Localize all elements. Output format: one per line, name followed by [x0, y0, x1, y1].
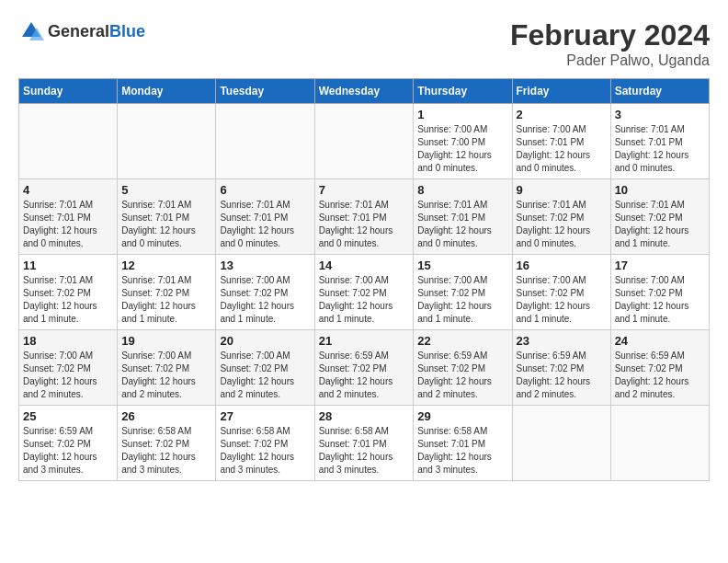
- daylight: Daylight: 12 hours and 1 minute.: [23, 301, 97, 324]
- day-info: Sunrise: 7:00 AM Sunset: 7:00 PM Dayligh…: [417, 123, 507, 175]
- calendar-week-row: 18 Sunrise: 7:00 AM Sunset: 7:02 PM Dayl…: [19, 330, 710, 406]
- sunset: Sunset: 7:01 PM: [319, 439, 387, 449]
- subtitle: Pader Palwo, Uganda: [510, 52, 710, 69]
- sunset: Sunset: 7:02 PM: [220, 288, 288, 298]
- day-number: 27: [220, 409, 310, 423]
- day-info: Sunrise: 6:58 AM Sunset: 7:02 PM Dayligh…: [220, 425, 310, 477]
- calendar-cell: 21 Sunrise: 6:59 AM Sunset: 7:02 PM Dayl…: [314, 330, 414, 406]
- logo: GeneralBlue: [18, 18, 145, 44]
- sunrise: Sunrise: 7:00 AM: [517, 124, 586, 134]
- weekday-header: Tuesday: [216, 79, 314, 104]
- calendar-week-row: 1 Sunrise: 7:00 AM Sunset: 7:00 PM Dayli…: [19, 104, 710, 179]
- day-number: 24: [615, 334, 705, 348]
- sunrise: Sunrise: 7:00 AM: [417, 124, 487, 134]
- sunset: Sunset: 7:01 PM: [417, 439, 485, 449]
- day-number: 2: [517, 108, 607, 121]
- calendar-week-row: 4 Sunrise: 7:01 AM Sunset: 7:01 PM Dayli…: [19, 179, 710, 255]
- sunrise: Sunrise: 6:58 AM: [417, 426, 487, 436]
- day-number: 9: [517, 183, 607, 197]
- sunset: Sunset: 7:02 PM: [121, 288, 189, 298]
- title-area: February 2024 Pader Palwo, Uganda: [510, 18, 710, 69]
- sunrise: Sunrise: 7:01 AM: [615, 200, 685, 210]
- day-info: Sunrise: 6:59 AM Sunset: 7:02 PM Dayligh…: [615, 350, 705, 401]
- day-number: 20: [220, 334, 310, 348]
- daylight: Daylight: 12 hours and 0 minutes.: [220, 225, 294, 248]
- day-number: 25: [23, 409, 113, 423]
- calendar-cell: 8 Sunrise: 7:01 AM Sunset: 7:01 PM Dayli…: [414, 179, 512, 255]
- sunrise: Sunrise: 7:00 AM: [220, 350, 290, 361]
- daylight: Daylight: 12 hours and 3 minutes.: [319, 452, 393, 475]
- sunrise: Sunrise: 6:59 AM: [615, 350, 685, 361]
- sunset: Sunset: 7:02 PM: [417, 363, 485, 373]
- daylight: Daylight: 12 hours and 1 minute.: [615, 301, 689, 324]
- day-info: Sunrise: 7:01 AM Sunset: 7:01 PM Dayligh…: [121, 199, 211, 250]
- sunrise: Sunrise: 6:58 AM: [319, 426, 389, 436]
- sunset: Sunset: 7:01 PM: [319, 213, 387, 223]
- sunset: Sunset: 7:01 PM: [615, 137, 683, 147]
- day-info: Sunrise: 6:59 AM Sunset: 7:02 PM Dayligh…: [417, 350, 507, 401]
- calendar-cell: 4 Sunrise: 7:01 AM Sunset: 7:01 PM Dayli…: [19, 179, 118, 255]
- sunrise: Sunrise: 6:59 AM: [517, 350, 586, 361]
- daylight: Daylight: 12 hours and 1 minute.: [517, 301, 591, 324]
- sunset: Sunset: 7:02 PM: [23, 363, 91, 373]
- sunrise: Sunrise: 7:00 AM: [121, 350, 191, 361]
- sunrise: Sunrise: 7:00 AM: [417, 275, 487, 285]
- sunset: Sunset: 7:02 PM: [615, 213, 683, 223]
- header: GeneralBlue February 2024 Pader Palwo, U…: [18, 18, 710, 69]
- calendar-cell: 14 Sunrise: 7:00 AM Sunset: 7:02 PM Dayl…: [314, 255, 414, 330]
- day-info: Sunrise: 7:00 AM Sunset: 7:02 PM Dayligh…: [417, 274, 507, 326]
- sunrise: Sunrise: 7:01 AM: [220, 200, 290, 210]
- sunset: Sunset: 7:02 PM: [319, 288, 387, 298]
- calendar-cell: 25 Sunrise: 6:59 AM Sunset: 7:02 PM Dayl…: [19, 406, 118, 481]
- daylight: Daylight: 12 hours and 2 minutes.: [220, 376, 294, 399]
- day-info: Sunrise: 7:01 AM Sunset: 7:01 PM Dayligh…: [615, 123, 705, 175]
- daylight: Daylight: 12 hours and 0 minutes.: [417, 225, 492, 248]
- sunrise: Sunrise: 7:01 AM: [23, 200, 93, 210]
- sunset: Sunset: 7:01 PM: [417, 213, 485, 223]
- day-info: Sunrise: 7:00 AM Sunset: 7:02 PM Dayligh…: [319, 274, 410, 326]
- daylight: Daylight: 12 hours and 0 minutes.: [517, 150, 591, 173]
- sunrise: Sunrise: 7:01 AM: [23, 275, 93, 285]
- sunrise: Sunrise: 7:00 AM: [517, 275, 586, 285]
- calendar-cell: 6 Sunrise: 7:01 AM Sunset: 7:01 PM Dayli…: [216, 179, 314, 255]
- day-number: 29: [417, 409, 507, 423]
- daylight: Daylight: 12 hours and 1 minute.: [121, 301, 196, 324]
- sunrise: Sunrise: 7:01 AM: [517, 200, 586, 210]
- day-number: 14: [319, 259, 410, 272]
- sunrise: Sunrise: 7:01 AM: [615, 124, 685, 134]
- calendar-cell: 13 Sunrise: 7:00 AM Sunset: 7:02 PM Dayl…: [216, 255, 314, 330]
- day-number: 15: [417, 259, 507, 272]
- sunset: Sunset: 7:02 PM: [121, 363, 189, 373]
- sunset: Sunset: 7:01 PM: [23, 213, 91, 223]
- day-info: Sunrise: 7:00 AM Sunset: 7:02 PM Dayligh…: [23, 350, 113, 401]
- daylight: Daylight: 12 hours and 0 minutes.: [319, 225, 393, 248]
- daylight: Daylight: 12 hours and 2 minutes.: [517, 376, 591, 399]
- logo-general: General: [48, 22, 109, 40]
- sunrise: Sunrise: 6:59 AM: [319, 350, 389, 361]
- weekday-header: Friday: [512, 79, 610, 104]
- main-title: February 2024: [510, 18, 710, 52]
- sunrise: Sunrise: 6:58 AM: [220, 426, 290, 436]
- day-number: 13: [220, 259, 310, 272]
- daylight: Daylight: 12 hours and 2 minutes.: [615, 376, 689, 399]
- header-row: SundayMondayTuesdayWednesdayThursdayFrid…: [19, 79, 710, 104]
- sunset: Sunset: 7:02 PM: [23, 439, 91, 449]
- daylight: Daylight: 12 hours and 3 minutes.: [23, 452, 97, 475]
- sunset: Sunset: 7:02 PM: [23, 288, 91, 298]
- calendar-cell: 5 Sunrise: 7:01 AM Sunset: 7:01 PM Dayli…: [118, 179, 216, 255]
- day-number: 18: [23, 334, 113, 348]
- calendar-cell: 18 Sunrise: 7:00 AM Sunset: 7:02 PM Dayl…: [19, 330, 118, 406]
- day-info: Sunrise: 7:01 AM Sunset: 7:02 PM Dayligh…: [615, 199, 705, 250]
- calendar-week-row: 25 Sunrise: 6:59 AM Sunset: 7:02 PM Dayl…: [19, 406, 710, 481]
- sunset: Sunset: 7:02 PM: [121, 439, 189, 449]
- calendar-cell: 27 Sunrise: 6:58 AM Sunset: 7:02 PM Dayl…: [216, 406, 314, 481]
- weekday-header: Saturday: [610, 79, 709, 104]
- calendar-cell: [216, 104, 314, 179]
- calendar-cell: 2 Sunrise: 7:00 AM Sunset: 7:01 PM Dayli…: [512, 104, 610, 179]
- day-info: Sunrise: 6:58 AM Sunset: 7:01 PM Dayligh…: [417, 425, 507, 477]
- logo-text: GeneralBlue: [48, 22, 145, 41]
- day-number: 28: [319, 409, 410, 423]
- day-number: 5: [121, 183, 211, 197]
- sunset: Sunset: 7:02 PM: [615, 363, 683, 373]
- daylight: Daylight: 12 hours and 3 minutes.: [417, 452, 492, 475]
